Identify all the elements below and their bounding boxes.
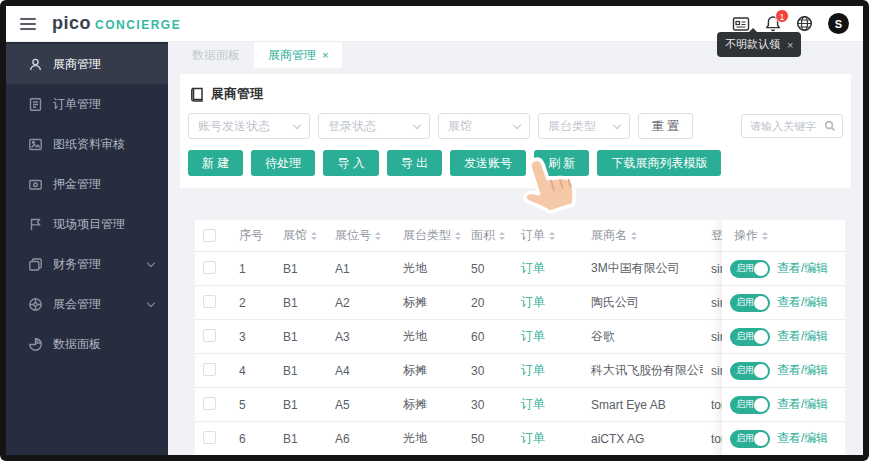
enable-toggle[interactable]: 启用 [730, 362, 770, 380]
action-row: 启用 查看/编辑 [722, 388, 845, 422]
enable-toggle[interactable]: 启用 [730, 294, 770, 312]
select-placeholder: 账号发送状态 [198, 118, 270, 135]
row-checkbox[interactable] [203, 397, 216, 410]
filter-hall[interactable]: 展馆 [438, 113, 530, 139]
sidebar-item-deposit-mgmt[interactable]: 押金管理 [6, 164, 168, 204]
cell-area: 20 [463, 296, 513, 310]
search-input[interactable] [750, 120, 824, 132]
chevron-down-icon [147, 258, 155, 266]
action-row: 启用 查看/编辑 [722, 320, 845, 354]
keyword-search [741, 114, 843, 138]
order-icon [28, 97, 43, 112]
chevron-down-icon [293, 120, 301, 128]
order-link[interactable]: 订单 [521, 363, 545, 377]
select-all-checkbox[interactable] [203, 229, 216, 242]
sidebar-item-drawing-review[interactable]: 图纸资料审核 [6, 124, 168, 164]
header-name[interactable]: 展商名 [583, 227, 703, 244]
row-checkbox[interactable] [203, 295, 216, 308]
download-template-button[interactable]: 下载展商列表模版 [597, 150, 721, 176]
chevron-down-icon [413, 120, 421, 128]
header-hall[interactable]: 展馆 [275, 227, 327, 244]
menu-icon[interactable] [20, 18, 36, 30]
header-area[interactable]: 面积 [463, 227, 513, 244]
cell-exhibitor-name: 陶氏公司 [583, 294, 703, 311]
row-checkbox[interactable] [203, 261, 216, 274]
header-booth[interactable]: 展位号 [327, 227, 395, 244]
filter-panel: 展商管理 账号发送状态 登录状态 展馆 [180, 74, 851, 188]
sidebar-item-finance-mgmt[interactable]: 财务管理 [6, 244, 168, 284]
order-link[interactable]: 订单 [521, 295, 545, 309]
chevron-down-icon [147, 298, 155, 306]
order-link[interactable]: 订单 [521, 431, 545, 445]
sort-icon [375, 232, 381, 240]
view-edit-link[interactable]: 查看/编辑 [777, 294, 828, 311]
row-checkbox[interactable] [203, 363, 216, 376]
sidebar-item-exhibitor-mgmt[interactable]: 展商管理 [6, 44, 168, 84]
id-card-icon[interactable] [732, 16, 750, 32]
header-order[interactable]: 订单 [513, 227, 583, 244]
sidebar-item-label: 现场项目管理 [53, 216, 125, 233]
sidebar-item-order-mgmt[interactable]: 订单管理 [6, 84, 168, 124]
refresh-button[interactable]: 刷 新 [534, 150, 589, 176]
tooltip-close-icon[interactable]: × [787, 39, 793, 51]
cell-area: 50 [463, 432, 513, 446]
view-edit-link[interactable]: 查看/编辑 [777, 396, 828, 413]
order-link[interactable]: 订单 [521, 329, 545, 343]
sidebar-item-label: 展商管理 [53, 56, 101, 73]
sidebar-item-data-dashboard[interactable]: 数据面板 [6, 324, 168, 364]
cell-area: 30 [463, 398, 513, 412]
cell-hall: B1 [275, 364, 327, 378]
new-button[interactable]: 新 建 [188, 150, 243, 176]
cell-hall: B1 [275, 432, 327, 446]
action-row: 启用 查看/编辑 [722, 422, 845, 455]
header-type[interactable]: 展台类型 [395, 227, 463, 244]
sidebar-item-label: 展会管理 [53, 296, 101, 313]
deposit-icon [28, 177, 43, 192]
enable-toggle[interactable]: 启用 [730, 328, 770, 346]
brand-secondary: CONCIERGE [95, 18, 181, 32]
sidebar-item-exhibition-mgmt[interactable]: 展会管理 [6, 284, 168, 324]
enable-toggle[interactable]: 启用 [730, 430, 770, 448]
order-link[interactable]: 订单 [521, 261, 545, 275]
tab-data-dashboard[interactable]: 数据面板 [178, 42, 254, 68]
cell-booth: A1 [327, 262, 395, 276]
enable-toggle[interactable]: 启用 [730, 396, 770, 414]
enable-toggle[interactable]: 启用 [730, 260, 770, 278]
view-edit-link[interactable]: 查看/编辑 [777, 430, 828, 447]
tab-close-icon[interactable]: × [322, 49, 328, 61]
sidebar-item-onsite-project-mgmt[interactable]: 现场项目管理 [6, 204, 168, 244]
cell-seq: 4 [231, 364, 275, 378]
order-link[interactable]: 订单 [521, 397, 545, 411]
header-seq: 序号 [231, 227, 275, 244]
globe-icon[interactable] [796, 15, 813, 32]
cell-exhibitor-name: aiCTX AG [583, 432, 703, 446]
export-button[interactable]: 导 出 [387, 150, 442, 176]
row-checkbox[interactable] [203, 431, 216, 444]
view-edit-link[interactable]: 查看/编辑 [777, 328, 828, 345]
action-row: 启用 查看/编辑 [722, 286, 845, 320]
filter-login-status[interactable]: 登录状态 [318, 113, 430, 139]
view-edit-link[interactable]: 查看/编辑 [777, 362, 828, 379]
tab-exhibitor-mgmt[interactable]: 展商管理 × [254, 42, 342, 68]
filter-account-send-status[interactable]: 账号发送状态 [188, 113, 310, 139]
tooltip-text: 不明款认领 [725, 37, 780, 52]
view-edit-link[interactable]: 查看/编辑 [777, 260, 828, 277]
bell-icon[interactable]: 1 [765, 15, 781, 32]
pending-button[interactable]: 待处理 [251, 150, 315, 176]
cell-type: 光地 [395, 328, 463, 345]
cell-area: 60 [463, 330, 513, 344]
cell-hall: B1 [275, 262, 327, 276]
filter-booth-type[interactable]: 展台类型 [538, 113, 630, 139]
send-account-button[interactable]: 发送账号 [450, 150, 526, 176]
cell-exhibitor-name: 3M中国有限公司 [583, 260, 703, 277]
header-actions[interactable]: 操作 [722, 220, 845, 252]
row-checkbox[interactable] [203, 329, 216, 342]
cell-seq: 6 [231, 432, 275, 446]
import-button[interactable]: 导 入 [323, 150, 378, 176]
reset-button[interactable]: 重 置 [638, 113, 693, 139]
cell-booth: A2 [327, 296, 395, 310]
cell-type: 标摊 [395, 294, 463, 311]
user-avatar[interactable]: S [828, 13, 849, 34]
cell-booth: A3 [327, 330, 395, 344]
cell-booth: A4 [327, 364, 395, 378]
